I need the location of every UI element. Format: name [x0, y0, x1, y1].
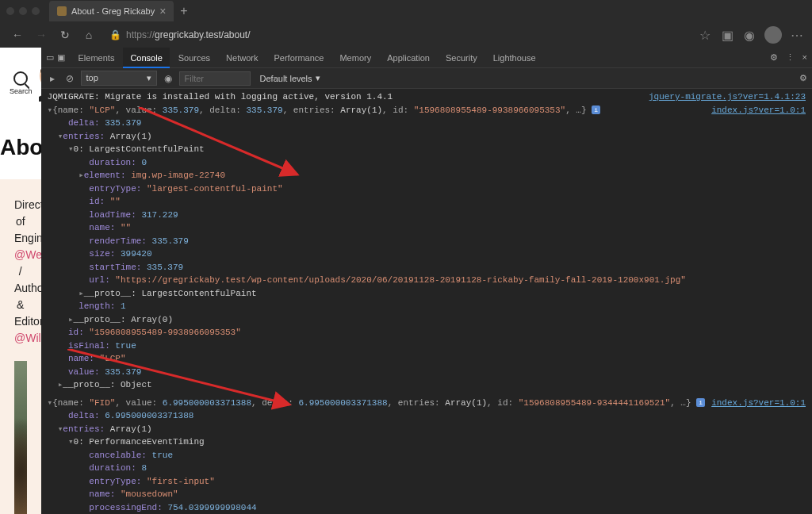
browser-tab[interactable]: About - Greg Rickaby × [49, 1, 174, 21]
console-output[interactable]: JQMIGRATE: Migrate is installed with log… [41, 89, 812, 514]
page-body: Director of Engineering @WebDevStudios /… [0, 179, 41, 514]
inspect-icon[interactable]: ▭ [46, 52, 54, 63]
console-toolbar: ▸ ⊘ top▾ ◉ Default levels▾ ⚙ [41, 68, 812, 89]
url-text: https://gregrickaby.test/about/ [126, 29, 251, 40]
home-button[interactable]: ⌂ [79, 29, 98, 41]
maximize-window-icon[interactable] [32, 7, 40, 15]
tab-memory[interactable]: Memory [332, 48, 378, 68]
search-label: Search [10, 87, 33, 95]
minimize-window-icon[interactable] [19, 7, 27, 15]
more-tools-icon[interactable]: ⋮ [786, 52, 795, 63]
filter-input[interactable] [179, 71, 251, 86]
bio-line: Director of Engineering @WebDevStudios /… [14, 197, 27, 347]
tab-title: About - Greg Rickaby [71, 6, 155, 16]
page-content: Search ••• Menu About Director of En [0, 48, 41, 514]
avatar-icon [33, 62, 41, 102]
search-icon [13, 71, 28, 86]
chevron-down-icon: ▾ [316, 73, 320, 83]
profile-icon[interactable] [764, 26, 782, 44]
main-split: Search ••• Menu About Director of En [0, 48, 812, 514]
eye-icon[interactable]: ◉ [162, 73, 174, 84]
refresh-button[interactable]: ↻ [56, 29, 75, 41]
chevron-down-icon: ▾ [147, 73, 151, 83]
tab-security[interactable]: Security [439, 48, 485, 68]
bio-link-wiley[interactable]: @Wiley [14, 332, 41, 344]
new-tab-button[interactable]: + [180, 4, 187, 18]
sidebar-toggle-icon[interactable]: ▸ [46, 73, 59, 84]
more-icon[interactable]: ⋯ [790, 28, 804, 42]
log-levels-selector[interactable]: Default levels▾ [255, 71, 325, 85]
tab-sources[interactable]: Sources [171, 48, 217, 68]
settings-gear-icon[interactable]: ⚙ [770, 52, 778, 63]
page-title: About [0, 135, 41, 160]
nav-bar-right: ☆ ▣ ◉ ⋯ [698, 26, 804, 44]
tab-console[interactable]: Console [123, 48, 169, 68]
tab-lighthouse[interactable]: Lighthouse [486, 48, 543, 68]
nav-bar: ← → ↻ ⌂ 🔒 https://gregrickaby.test/about… [0, 22, 812, 48]
search-button[interactable]: Search [10, 71, 33, 95]
url-bar[interactable]: 🔒 https://gregrickaby.test/about/ [103, 29, 693, 40]
lock-icon: 🔒 [109, 29, 121, 40]
info-icon[interactable]: i [696, 398, 705, 407]
tab-bar: About - Greg Rickaby × + [0, 0, 812, 22]
close-window-icon[interactable] [6, 7, 14, 15]
console-message: JQMIGRATE: Migrate is installed with log… [41, 90, 812, 104]
shield-icon[interactable]: ▣ [720, 28, 734, 42]
back-button[interactable]: ← [8, 29, 27, 41]
console-message: ▾{name: "FID", value: 6.995000003371388,… [41, 397, 812, 410]
clear-console-icon[interactable]: ⊘ [63, 73, 76, 84]
hero-photo [14, 361, 27, 514]
tab-elements[interactable]: Elements [71, 48, 122, 68]
window-controls[interactable] [6, 7, 40, 15]
favicon-icon [57, 6, 67, 16]
site-header: Search ••• Menu [0, 48, 41, 113]
console-message: ▾{name: "LCP", value: 335.379, delta: 33… [41, 104, 812, 117]
tab-close-icon[interactable]: × [159, 5, 166, 17]
context-selector[interactable]: top▾ [81, 71, 157, 86]
extension-icon[interactable]: ◉ [742, 28, 756, 42]
close-devtools-icon[interactable]: × [802, 52, 807, 63]
source-link[interactable]: index.js?ver=1.0:1 [711, 104, 806, 117]
device-toolbar-icon[interactable]: ▣ [57, 52, 65, 63]
devtools-tabs: ▭ ▣ Elements Console Sources Network Per… [41, 48, 812, 68]
tab-performance[interactable]: Performance [266, 48, 331, 68]
bio-link-webdevstudios[interactable]: @WebDevStudios [14, 248, 41, 261]
tab-network[interactable]: Network [219, 48, 265, 68]
console-settings-icon[interactable]: ⚙ [799, 73, 807, 83]
svg-point-0 [40, 64, 41, 88]
source-link[interactable]: jquery-migrate.js?ver=1.4.1:23 [649, 90, 806, 104]
source-link[interactable]: index.js?ver=1.0:1 [711, 397, 806, 410]
browser-chrome: About - Greg Rickaby × + ← → ↻ ⌂ 🔒 https… [0, 0, 812, 48]
forward-button: → [32, 29, 51, 41]
info-icon[interactable]: i [592, 105, 600, 114]
tab-application[interactable]: Application [380, 48, 437, 68]
favorite-icon[interactable]: ☆ [698, 28, 712, 42]
site-logo[interactable] [33, 62, 41, 105]
devtools-panel: ▭ ▣ Elements Console Sources Network Per… [41, 48, 812, 514]
